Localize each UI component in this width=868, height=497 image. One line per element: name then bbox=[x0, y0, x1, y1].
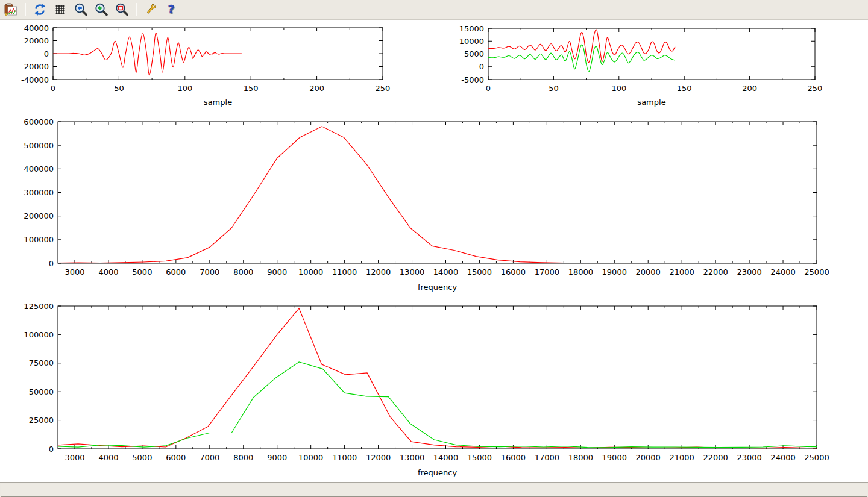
configure-button[interactable] bbox=[142, 2, 159, 17]
y-tick-label: 5000 bbox=[464, 49, 484, 58]
grid-icon bbox=[53, 2, 68, 17]
x-axis-label: sample bbox=[637, 98, 665, 107]
x-tick-label: 14000 bbox=[433, 453, 458, 462]
x-tick-label: 9000 bbox=[267, 453, 287, 462]
zoom-next-icon bbox=[94, 2, 108, 17]
y-tick-label: 500000 bbox=[24, 141, 54, 150]
x-tick-label: 11000 bbox=[332, 267, 357, 277]
x-tick-label: 10000 bbox=[298, 453, 323, 462]
x-tick-label: 22000 bbox=[703, 453, 728, 462]
x-tick-label: 18000 bbox=[568, 453, 593, 462]
toolbar: ? ? bbox=[0, 0, 868, 20]
plot-area-chirp-spectrum[interactable] bbox=[58, 122, 817, 263]
x-tick-label: 13000 bbox=[400, 267, 424, 277]
x-axis-label: frequency bbox=[418, 283, 458, 292]
x-tick-label: 10000 bbox=[298, 267, 323, 277]
x-tick-label: 150 bbox=[244, 84, 259, 93]
y-tick-label: -40000 bbox=[21, 75, 49, 84]
x-tick-label: 21000 bbox=[669, 267, 694, 277]
replot-button[interactable] bbox=[31, 2, 48, 17]
x-tick-label: 25000 bbox=[804, 453, 829, 462]
x-tick-label: 7000 bbox=[200, 453, 219, 462]
y-tick-label: 125000 bbox=[24, 302, 54, 311]
plot-area-echo-spectra[interactable] bbox=[58, 306, 817, 449]
x-tick-label: 20000 bbox=[636, 267, 661, 277]
plot-area-echo-signals[interactable] bbox=[488, 28, 815, 80]
x-tick-label: 8000 bbox=[233, 267, 253, 277]
x-tick-label: 250 bbox=[376, 84, 391, 93]
x-tick-label: 0 bbox=[51, 84, 55, 93]
refresh-icon bbox=[33, 2, 47, 17]
y-tick-label: -5000 bbox=[461, 75, 484, 84]
x-tick-label: 200 bbox=[309, 84, 324, 93]
y-tick-label: 10000 bbox=[459, 37, 484, 46]
x-tick-label: 23000 bbox=[737, 267, 761, 277]
clipboard-chart-icon bbox=[4, 2, 18, 17]
x-tick-label: 19000 bbox=[602, 267, 627, 277]
x-tick-label: 4000 bbox=[98, 453, 118, 462]
y-tick-label: 0 bbox=[49, 259, 54, 268]
x-tick-label: 100 bbox=[611, 84, 626, 93]
y-tick-label: 0 bbox=[44, 49, 49, 58]
zoom-previous-button[interactable] bbox=[72, 2, 89, 17]
x-tick-label: 19000 bbox=[602, 453, 627, 462]
x-tick-label: 8000 bbox=[233, 453, 253, 462]
x-tick-label: 5000 bbox=[132, 453, 152, 462]
status-message bbox=[1, 484, 867, 497]
x-tick-label: 3000 bbox=[64, 267, 84, 277]
y-tick-label: 600000 bbox=[24, 117, 54, 127]
x-tick-label: 15000 bbox=[467, 453, 492, 462]
autoscale-button[interactable] bbox=[113, 2, 130, 17]
help-button[interactable]: ? ? bbox=[163, 2, 180, 17]
x-tick-label: 17000 bbox=[535, 267, 559, 277]
zoom-autoscale-icon bbox=[115, 2, 129, 17]
x-tick-label: 13000 bbox=[400, 453, 424, 462]
x-tick-label: 23000 bbox=[737, 453, 761, 462]
x-tick-label: 12000 bbox=[366, 453, 391, 462]
x-tick-label: 9000 bbox=[267, 267, 287, 277]
x-tick-label: 12000 bbox=[366, 267, 391, 277]
y-tick-label: 200000 bbox=[24, 211, 54, 220]
svg-text:?: ? bbox=[168, 2, 174, 16]
x-tick-label: 17000 bbox=[535, 453, 559, 462]
x-tick-label: 16000 bbox=[501, 267, 526, 277]
plot-canvas[interactable]: 050100150200250-40000-2000002000040000sa… bbox=[0, 0, 868, 497]
x-tick-label: 50 bbox=[549, 84, 559, 93]
x-tick-label: 6000 bbox=[166, 267, 186, 277]
x-tick-label: 11000 bbox=[332, 453, 357, 462]
y-tick-label: 40000 bbox=[24, 23, 49, 33]
x-tick-label: 250 bbox=[808, 84, 823, 93]
toolbar-separator bbox=[136, 3, 137, 16]
grid-button[interactable] bbox=[52, 2, 69, 17]
x-tick-label: 20000 bbox=[636, 453, 661, 462]
y-tick-label: -20000 bbox=[21, 62, 49, 71]
x-tick-label: 100 bbox=[177, 84, 192, 93]
y-tick-label: 300000 bbox=[24, 188, 54, 197]
toolbar-separator bbox=[25, 3, 26, 16]
statusbar bbox=[0, 482, 868, 497]
x-tick-label: 150 bbox=[677, 84, 692, 93]
zoom-next-button[interactable] bbox=[93, 2, 110, 17]
x-tick-label: 50 bbox=[114, 84, 124, 93]
y-tick-label: 25000 bbox=[29, 416, 54, 425]
x-tick-label: 15000 bbox=[467, 267, 492, 277]
y-tick-label: 20000 bbox=[24, 36, 49, 45]
plot-area-chirp-signal[interactable] bbox=[53, 28, 383, 80]
x-tick-label: 200 bbox=[742, 84, 757, 93]
x-tick-label: 22000 bbox=[703, 267, 728, 277]
x-tick-label: 5000 bbox=[132, 267, 152, 277]
wrench-icon bbox=[143, 2, 158, 17]
y-tick-label: 15000 bbox=[459, 24, 484, 33]
y-tick-label: 0 bbox=[49, 445, 54, 454]
x-tick-label: 21000 bbox=[669, 453, 694, 462]
y-tick-label: 100000 bbox=[24, 330, 54, 339]
x-tick-label: 3000 bbox=[64, 453, 84, 462]
x-tick-label: 18000 bbox=[568, 267, 593, 277]
y-tick-label: 0 bbox=[479, 62, 484, 71]
x-tick-label: 0 bbox=[486, 84, 491, 93]
copy-plot-button[interactable] bbox=[2, 2, 19, 17]
y-tick-label: 400000 bbox=[24, 164, 54, 173]
x-tick-label: 25000 bbox=[804, 267, 829, 277]
x-axis-label: sample bbox=[204, 98, 232, 107]
x-tick-label: 6000 bbox=[166, 453, 186, 462]
